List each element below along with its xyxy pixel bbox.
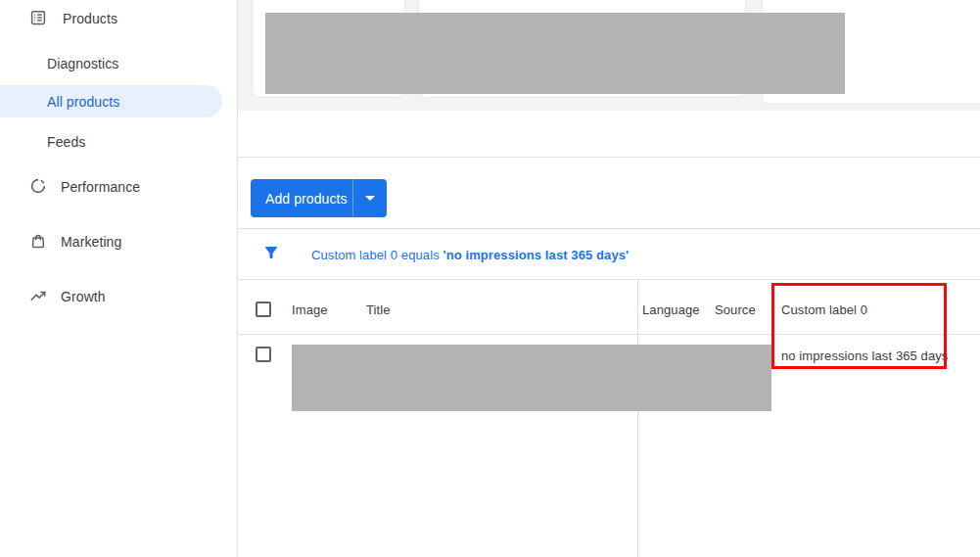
column-header-image: Image xyxy=(292,302,328,317)
add-products-button[interactable]: Add products xyxy=(251,179,387,217)
select-all-checkbox[interactable] xyxy=(256,302,271,317)
performance-donut-icon xyxy=(29,177,47,195)
products-toolbar: Add products xyxy=(238,157,980,228)
redaction-overlay-cards xyxy=(265,13,845,94)
sidebar-item-performance[interactable]: Performance xyxy=(61,179,140,195)
column-header-language: Language xyxy=(642,302,700,317)
active-filter-chip[interactable]: Custom label 0 equals 'no impressions la… xyxy=(311,248,629,262)
column-header-title: Title xyxy=(366,302,391,317)
products-list-icon xyxy=(29,9,47,26)
merchant-center-products-page: Products Diagnostics All products Feeds … xyxy=(0,0,980,557)
sidebar-item-products[interactable]: Products xyxy=(63,11,117,26)
filter-condition-text: Custom label 0 equals xyxy=(311,248,443,262)
marketing-bag-icon xyxy=(29,232,47,250)
sidebar-item-marketing[interactable]: Marketing xyxy=(61,234,121,250)
sidebar-item-growth[interactable]: Growth xyxy=(61,289,106,304)
sidebar-item-feeds[interactable]: Feeds xyxy=(47,134,85,150)
filter-funnel-icon[interactable] xyxy=(262,244,280,261)
row-checkbox[interactable] xyxy=(256,347,271,362)
growth-trending-up-icon xyxy=(29,287,47,304)
sidebar-item-all-products-selected[interactable]: All products xyxy=(0,85,222,117)
sidebar-item-all-products-label: All products xyxy=(47,94,119,110)
filter-value-text: 'no impressions last 365 days' xyxy=(443,248,629,262)
column-header-source: Source xyxy=(715,302,756,317)
highlight-annotation-box xyxy=(771,283,947,369)
add-products-dropdown-toggle[interactable] xyxy=(353,179,387,217)
sidebar-item-diagnostics[interactable]: Diagnostics xyxy=(47,56,118,71)
add-products-button-label: Add products xyxy=(251,179,352,217)
chevron-down-icon xyxy=(365,196,375,201)
filter-bar: Custom label 0 equals 'no impressions la… xyxy=(238,228,980,279)
redaction-overlay-row xyxy=(292,345,771,411)
